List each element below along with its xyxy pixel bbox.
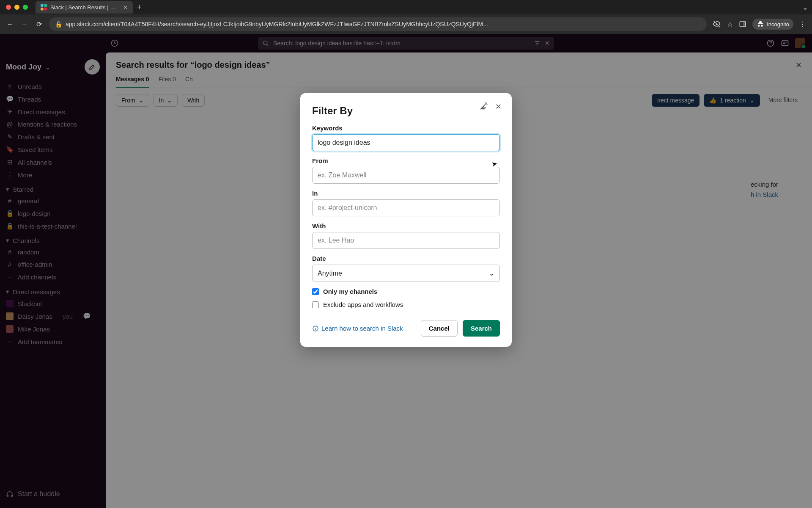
info-icon xyxy=(312,325,319,332)
tab-title: Slack | Search Results | Mood xyxy=(50,4,120,11)
broom-icon xyxy=(479,101,488,110)
incognito-badge[interactable]: Incognito xyxy=(752,19,793,30)
date-select[interactable]: Anytime ⌄ xyxy=(312,265,500,282)
eye-off-icon[interactable] xyxy=(713,20,721,28)
date-value: Anytime xyxy=(318,270,342,277)
forward-button: → xyxy=(20,20,29,28)
window-controls[interactable] xyxy=(6,5,28,10)
cancel-button[interactable]: Cancel xyxy=(421,320,458,337)
address-bar-row: ← → ⟳ 🔒 app.slack.com/client/T04A4T58F4H… xyxy=(0,14,812,34)
extensions-icon[interactable] xyxy=(739,20,746,28)
learn-link[interactable]: Learn how to search in Slack xyxy=(312,325,403,332)
lock-icon: 🔒 xyxy=(55,21,62,28)
in-input[interactable] xyxy=(312,199,500,216)
clear-filters-button[interactable] xyxy=(478,100,490,112)
reload-button[interactable]: ⟳ xyxy=(35,20,43,28)
close-window-icon[interactable] xyxy=(6,5,11,10)
new-tab-button[interactable]: + xyxy=(137,3,142,12)
only-my-channels-row[interactable]: Only my channels xyxy=(312,288,500,295)
tab-bar: Slack | Search Results | Mood ✕ + ⌄ xyxy=(0,0,812,14)
browser-tab[interactable]: Slack | Search Results | Mood ✕ xyxy=(36,1,133,14)
with-input[interactable] xyxy=(312,232,500,249)
svg-rect-5 xyxy=(743,22,746,27)
exclude-apps-row[interactable]: Exclude apps and workflows xyxy=(312,301,500,308)
tabs-dropdown-icon[interactable]: ⌄ xyxy=(802,3,808,11)
chevron-down-icon: ⌄ xyxy=(489,269,494,277)
back-button[interactable]: ← xyxy=(6,20,14,28)
keywords-input[interactable] xyxy=(312,134,500,151)
filter-modal: ➤ Filter By ✕ Keywords From In With Date… xyxy=(300,93,512,347)
keywords-label: Keywords xyxy=(312,124,500,132)
date-label: Date xyxy=(312,255,500,262)
modal-close-button[interactable]: ✕ xyxy=(492,101,504,113)
modal-overlay[interactable]: ➤ Filter By ✕ Keywords From In With Date… xyxy=(0,34,812,508)
svg-rect-2 xyxy=(41,8,44,11)
slack-app: Search: logo design ideas has:file has::… xyxy=(0,34,812,508)
svg-rect-3 xyxy=(44,8,47,11)
menu-icon[interactable]: ⋮ xyxy=(799,20,806,28)
from-label: From xyxy=(312,157,500,164)
browser-chrome: Slack | Search Results | Mood ✕ + ⌄ ← → … xyxy=(0,0,812,34)
modal-footer: Learn how to search in Slack Cancel Sear… xyxy=(312,320,500,337)
exclude-apps-checkbox[interactable] xyxy=(312,301,319,308)
incognito-icon xyxy=(757,20,764,28)
address-bar[interactable]: 🔒 app.slack.com/client/T04A4T58F4H/searc… xyxy=(49,17,707,31)
star-icon[interactable]: ☆ xyxy=(727,20,733,28)
minimize-window-icon[interactable] xyxy=(14,5,19,10)
tab-close-icon[interactable]: ✕ xyxy=(123,4,128,11)
maximize-window-icon[interactable] xyxy=(23,5,28,10)
svg-rect-0 xyxy=(41,4,44,7)
only-my-channels-checkbox[interactable] xyxy=(312,288,319,295)
modal-title: Filter By xyxy=(312,105,500,117)
search-button[interactable]: Search xyxy=(463,320,500,337)
toolbar-icons: ☆ Incognito ⋮ xyxy=(713,19,806,30)
incognito-label: Incognito xyxy=(767,21,789,28)
with-label: With xyxy=(312,222,500,229)
from-input[interactable] xyxy=(312,167,500,184)
svg-rect-1 xyxy=(44,4,47,7)
in-label: In xyxy=(312,190,500,197)
url-text: app.slack.com/client/T04A4T58F4H/search/… xyxy=(66,21,701,28)
slack-favicon-icon xyxy=(41,4,47,11)
